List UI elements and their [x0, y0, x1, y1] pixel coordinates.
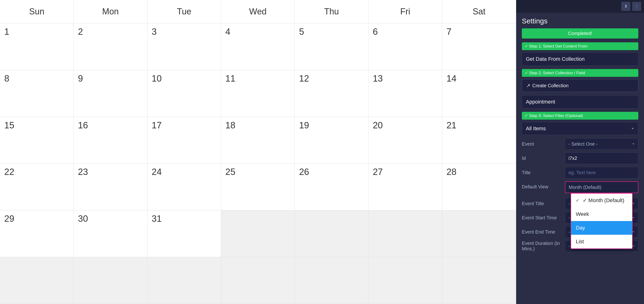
- calendar-cell[interactable]: [221, 257, 295, 304]
- event-row: Event - Select One -: [522, 138, 638, 150]
- cell-number: 5: [299, 27, 304, 37]
- calendar-cell[interactable]: 18: [221, 117, 295, 164]
- dropdown-item[interactable]: Week: [571, 207, 632, 221]
- calendar-cell[interactable]: 24: [148, 163, 221, 210]
- calendar-cell[interactable]: 22: [0, 163, 74, 210]
- default-view-row: Default View Month (Default) ✓ Month (De…: [522, 181, 638, 193]
- step3-label: ✓ Step 3: Select Filter (Optional): [522, 112, 638, 120]
- calendar-section: Sun Mon Tue Wed Thu Fri Sat 123456789101…: [0, 0, 516, 304]
- calendar-cell[interactable]: 7: [442, 23, 516, 70]
- cell-number: 29: [4, 214, 14, 224]
- header-sun: Sun: [0, 0, 74, 23]
- calendar-cell[interactable]: [74, 257, 147, 304]
- create-collection-label: Create Collection: [532, 83, 568, 88]
- calendar-cell[interactable]: 31: [148, 210, 221, 257]
- calendar-cell[interactable]: 10: [148, 70, 221, 117]
- calendar-cell[interactable]: [442, 257, 516, 304]
- cell-number: 24: [152, 167, 162, 177]
- event-select[interactable]: - Select One -: [565, 138, 638, 150]
- cell-number: 22: [4, 167, 14, 177]
- cell-number: 2: [78, 27, 83, 37]
- cell-number: 20: [373, 120, 382, 130]
- upload-icon[interactable]: ⬆: [621, 2, 630, 11]
- calendar-cell[interactable]: [148, 257, 221, 304]
- calendar-cell[interactable]: 15: [0, 117, 74, 164]
- calendar-cell[interactable]: 1: [0, 23, 74, 70]
- cell-number: 26: [299, 167, 309, 177]
- settings-panel: ⬆ ↑ Settings Completed! ✓ Step 1: Select…: [516, 0, 644, 304]
- calendar-cell[interactable]: 17: [148, 117, 221, 164]
- calendar-cell[interactable]: 14: [442, 70, 516, 117]
- calendar-cell[interactable]: 29: [0, 210, 74, 257]
- collection-input[interactable]: [522, 95, 638, 109]
- settings-title: Settings: [516, 13, 644, 28]
- calendar-day-headers: Sun Mon Tue Wed Thu Fri Sat: [0, 0, 516, 23]
- calendar-cell[interactable]: 20: [368, 117, 442, 164]
- arrow-icon[interactable]: ↑: [632, 2, 641, 11]
- cell-number: 18: [226, 120, 235, 130]
- calendar-cell[interactable]: 2: [74, 23, 147, 70]
- dropdown-item[interactable]: Day: [571, 221, 632, 235]
- calendar-cell[interactable]: 26: [295, 163, 368, 210]
- default-view-select[interactable]: Month (Default): [565, 181, 638, 193]
- completed-bar: Completed!: [522, 28, 638, 38]
- calendar-cell[interactable]: [368, 257, 442, 304]
- cell-number: 12: [299, 74, 309, 83]
- id-row: Id: [522, 152, 638, 164]
- cell-number: 19: [299, 120, 309, 130]
- cell-number: 30: [78, 214, 88, 224]
- calendar-cell[interactable]: 4: [221, 23, 295, 70]
- cell-number: 31: [152, 214, 162, 224]
- default-view-select-wrapper: Month (Default) ✓ Month (Default)WeekDay…: [565, 181, 638, 193]
- calendar-cell[interactable]: [295, 257, 368, 304]
- calendar-cell[interactable]: 13: [368, 70, 442, 117]
- cell-number: 15: [4, 120, 14, 130]
- title-input[interactable]: [565, 167, 638, 178]
- cell-number: 3: [152, 27, 157, 37]
- calendar-cell[interactable]: 9: [74, 70, 147, 117]
- title-label: Title: [522, 170, 562, 175]
- calendar-cell[interactable]: [295, 210, 368, 257]
- create-collection-button[interactable]: ↗ Create Collection: [522, 79, 638, 92]
- cell-number: 14: [446, 74, 456, 83]
- header-sat: Sat: [442, 0, 516, 23]
- calendar-cell[interactable]: 30: [74, 210, 147, 257]
- cell-number: 28: [446, 167, 456, 177]
- event-end-label: Event End Time: [522, 229, 562, 235]
- calendar-cell[interactable]: 25: [221, 163, 295, 210]
- calendar-cell[interactable]: 16: [74, 117, 147, 164]
- calendar-cell[interactable]: 3: [148, 23, 221, 70]
- default-view-label: Default View: [522, 181, 562, 190]
- get-data-input[interactable]: Get Data From Collection: [522, 52, 638, 66]
- calendar-cell[interactable]: 6: [368, 23, 442, 70]
- calendar-cell[interactable]: 12: [295, 70, 368, 117]
- all-items-select[interactable]: All Items: [522, 122, 638, 135]
- header-mon: Mon: [74, 0, 147, 23]
- calendar-cell[interactable]: 23: [74, 163, 147, 210]
- cell-number: 27: [373, 167, 382, 177]
- calendar-cell[interactable]: [442, 210, 516, 257]
- header-tue: Tue: [148, 0, 221, 23]
- calendar-cell[interactable]: 27: [368, 163, 442, 210]
- calendar-cell[interactable]: [0, 257, 74, 304]
- cell-number: 6: [373, 27, 378, 37]
- cell-number: 25: [226, 167, 235, 177]
- cell-number: 1: [4, 27, 9, 37]
- calendar-cell[interactable]: 28: [442, 163, 516, 210]
- calendar-cell[interactable]: 8: [0, 70, 74, 117]
- calendar-cell[interactable]: 21: [442, 117, 516, 164]
- cell-number: 17: [152, 120, 162, 130]
- default-view-dropdown: ✓ Month (Default)WeekDayList: [570, 193, 633, 249]
- event-duration-label: Event Duration (in Mins.): [522, 241, 562, 252]
- calendar-cell[interactable]: [368, 210, 442, 257]
- calendar-cell[interactable]: 19: [295, 117, 368, 164]
- event-title-label: Event Title: [522, 201, 562, 206]
- dropdown-item[interactable]: List: [571, 235, 632, 248]
- calendar-cell[interactable]: 5: [295, 23, 368, 70]
- calendar-cell[interactable]: [221, 210, 295, 257]
- dropdown-item[interactable]: ✓ Month (Default): [571, 194, 632, 207]
- cell-number: 13: [373, 74, 382, 83]
- id-input[interactable]: [565, 152, 638, 164]
- title-row: Title: [522, 167, 638, 178]
- calendar-cell[interactable]: 11: [221, 70, 295, 117]
